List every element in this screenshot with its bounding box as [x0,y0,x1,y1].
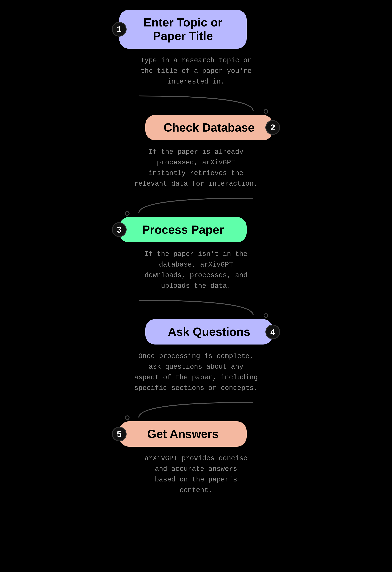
step-1-description: Type in a research topic or the title of… [106,49,286,94]
step-4-description: Once processing is complete, ask questio… [106,345,286,400]
step-1-badge: 1 [112,22,127,37]
step-4-badge: 4 [265,325,280,339]
main-container: 1 Enter Topic or Paper Title Type in a r… [106,0,286,519]
step-row-2: Check Database 2 [106,115,286,140]
step-5-badge: 5 [112,427,127,441]
connector-1-svg [106,95,286,114]
connector-4-svg [106,401,286,420]
step-2-label: Check Database [164,121,255,134]
step-row-3: 3 Process Paper [106,217,286,242]
connector-3 [106,298,286,319]
step-5-label: Get Answers [147,427,219,441]
step-1-pill: 1 Enter Topic or Paper Title [119,10,247,49]
step-row-1: 1 Enter Topic or Paper Title [106,10,286,49]
step-3-label: Process Paper [142,223,224,237]
step-5-description: arXivGPT provides concise and accurate a… [106,447,286,502]
connector-4 [106,400,286,421]
connector-1 [106,94,286,115]
step-4-label: Ask Questions [168,325,250,339]
step-3-pill: 3 Process Paper [119,217,247,242]
step-3-badge: 3 [112,222,127,237]
step-1-label: Enter Topic or Paper Title [144,16,223,43]
step-2-badge: 2 [265,120,280,135]
step-row-5: 5 Get Answers [106,421,286,447]
connector-3-svg [106,299,286,318]
connector-2-svg [106,197,286,216]
step-3-description: If the paper isn't in the database, arXi… [106,242,286,298]
step-row-4: Ask Questions 4 [106,319,286,345]
step-5-pill: 5 Get Answers [119,421,247,447]
step-2-pill: Check Database 2 [145,115,273,140]
step-2-description: If the paper is already processed, arXiv… [106,140,286,196]
step-4-pill: Ask Questions 4 [145,319,273,345]
connector-2 [106,196,286,217]
